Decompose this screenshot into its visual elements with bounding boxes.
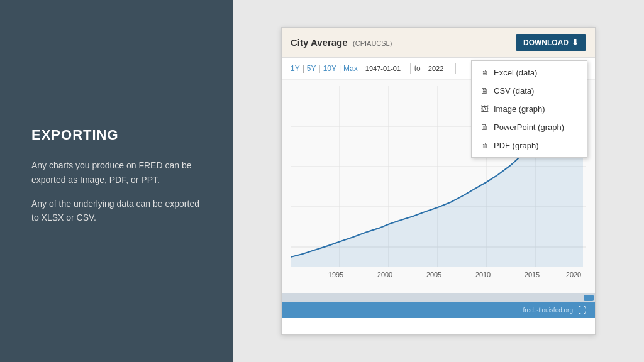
svg-text:2005: 2005 <box>426 271 441 278</box>
chart-scrollbar-thumb[interactable] <box>584 295 594 301</box>
dropdown-item-image[interactable]: 🖼 Image (graph) <box>472 100 587 118</box>
date-to-input[interactable] <box>425 63 456 74</box>
time-link-max[interactable]: Max <box>343 64 358 73</box>
dropdown-item-csv[interactable]: 🗎 CSV (data) <box>472 82 587 100</box>
svg-text:2020: 2020 <box>566 271 581 278</box>
download-label: DOWNLOAD <box>523 38 569 47</box>
chart-title-area: City Average (CPIAUCSL) <box>291 37 392 48</box>
section-text-1: Any charts you produce on FRED can be ex… <box>31 158 201 187</box>
download-dropdown: 🗎 Excel (data) 🗎 CSV (data) 🖼 Image (gra… <box>471 60 587 158</box>
dropdown-item-excel[interactable]: 🗎 Excel (data) <box>472 63 587 82</box>
svg-text:1995: 1995 <box>328 271 343 278</box>
time-link-5y[interactable]: 5Y <box>307 64 316 73</box>
expand-icon[interactable]: ⛶ <box>578 305 586 315</box>
dropdown-item-pdf[interactable]: 🗎 PDF (graph) <box>472 136 587 155</box>
time-link-10y[interactable]: 10Y <box>323 64 336 73</box>
chart-footer: fred.stlouisfed.org ⛶ <box>282 302 595 318</box>
svg-text:2010: 2010 <box>475 271 491 278</box>
pdf-icon: 🗎 <box>480 141 489 150</box>
ppt-label: PowerPoint (graph) <box>494 123 564 132</box>
ppt-icon: 🗎 <box>480 123 489 132</box>
image-icon: 🖼 <box>480 104 489 114</box>
date-from-input[interactable] <box>362 63 411 74</box>
svg-text:2000: 2000 <box>377 271 392 278</box>
image-label: Image (graph) <box>494 104 545 114</box>
download-button[interactable]: DOWNLOAD ⬇ <box>516 34 586 51</box>
download-area: DOWNLOAD ⬇ 🗎 Excel (data) 🗎 CSV (data) 🖼 <box>516 34 586 51</box>
right-panel: City Average (CPIAUCSL) DOWNLOAD ⬇ 🗎 Exc… <box>233 0 644 362</box>
fred-url: fred.stlouisfed.org <box>432 307 574 314</box>
to-label: to <box>414 64 421 73</box>
chart-title: City Average <box>291 37 348 48</box>
dropdown-item-ppt[interactable]: 🗎 PowerPoint (graph) <box>472 118 587 136</box>
chart-card: City Average (CPIAUCSL) DOWNLOAD ⬇ 🗎 Exc… <box>281 27 596 335</box>
chart-header: City Average (CPIAUCSL) DOWNLOAD ⬇ 🗎 Exc… <box>282 28 595 58</box>
section-title: EXPORTING <box>31 127 201 143</box>
csv-label: CSV (data) <box>494 86 534 96</box>
svg-text:2015: 2015 <box>525 271 540 278</box>
download-icon: ⬇ <box>572 38 579 47</box>
left-panel: EXPORTING Any charts you produce on FRED… <box>0 0 233 362</box>
section-text-2: Any of the underlying data can be export… <box>31 197 201 225</box>
excel-label: Excel (data) <box>494 68 537 77</box>
csv-icon: 🗎 <box>480 86 489 96</box>
excel-icon: 🗎 <box>480 68 489 77</box>
chart-scrollbar[interactable] <box>282 293 595 302</box>
pdf-label: PDF (graph) <box>494 141 539 150</box>
time-link-1y[interactable]: 1Y <box>291 64 300 73</box>
time-range-links: 1Y | 5Y | 10Y | Max <box>291 64 358 73</box>
chart-subtitle: (CPIAUCSL) <box>353 40 392 47</box>
